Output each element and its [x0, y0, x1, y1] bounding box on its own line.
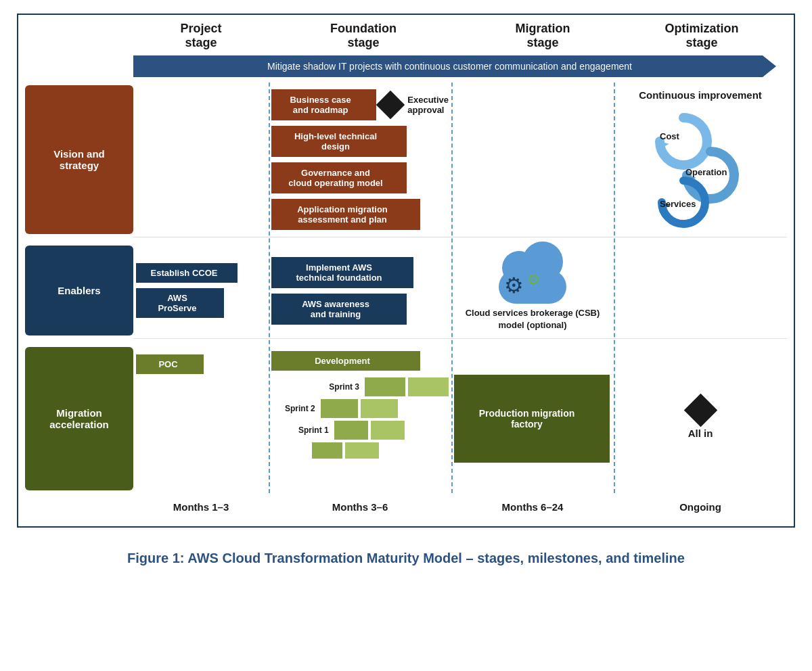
- sprint1-arrow2: [371, 421, 405, 440]
- gear-small-icon: ⚙: [527, 271, 541, 289]
- vision-project-col: [133, 83, 269, 237]
- month-labels: Months 1–3 Months 3–6 Months 6–24 Ongoin…: [133, 501, 787, 513]
- stage-foundation: Foundation stage: [269, 22, 458, 50]
- migration-acc-foundation-col: Development Sprint 3 Sprint 2 Sprint 1: [269, 344, 451, 493]
- all-in-label: All in: [688, 427, 713, 439]
- enablers-migration-col: ⚙ ⚙ Cloud services brokerage (CSB) model…: [451, 243, 614, 338]
- stage-project: Project stage: [133, 22, 269, 50]
- row-migration-acc: Migration acceleration POC Development S…: [133, 344, 787, 493]
- month-label-1: Months 1–3: [133, 501, 269, 513]
- enablers-optimization-col: [614, 243, 787, 338]
- vision-optimization-col: Continuous improvement Cost Operation: [614, 83, 787, 237]
- row-enablers: Enablers Establish CCOE AWSProServe Impl…: [133, 243, 787, 339]
- sprint3-arrow2: [408, 377, 449, 396]
- divider-3: [614, 83, 615, 493]
- implement-aws-arrow: Implement AWStechnical foundation: [271, 257, 413, 288]
- enablers-foundation-col: Implement AWStechnical foundation AWS aw…: [269, 243, 451, 338]
- row-vision: Vision and strategy Business caseand roa…: [133, 83, 787, 237]
- diagram-container: Project stage Foundation stage Migration…: [17, 14, 795, 528]
- enablers-project-col: Establish CCOE AWSProServe: [133, 243, 269, 338]
- top-banner: Mitigate shadow IT projects with continu…: [133, 55, 776, 77]
- aws-awareness-arrow: AWS awarenessand training: [271, 294, 407, 325]
- sprint3-arrow1: [365, 377, 405, 396]
- cloud-csb-group: ⚙ ⚙ Cloud services brokerage (CSB) model…: [454, 250, 611, 331]
- all-in-diamond: [683, 394, 717, 427]
- sprint1-label: Sprint 1: [298, 425, 329, 435]
- development-arrow: Development: [271, 351, 420, 371]
- cloud-icon: ⚙ ⚙: [492, 250, 573, 304]
- executive-diamond: [376, 91, 405, 119]
- migration-acc-project-col: POC: [133, 344, 269, 493]
- vision-migration-col: [451, 83, 614, 237]
- figure-caption: Figure 1: AWS Cloud Transformation Matur…: [127, 548, 685, 568]
- sprint3-row: Sprint 3: [271, 377, 449, 396]
- extra-arrow1: [312, 442, 342, 459]
- migration-acc-optimization-col: All in: [614, 344, 787, 493]
- enablers-label: Enablers: [25, 246, 133, 336]
- circles-group: Cost Operation Services: [646, 111, 754, 219]
- poc-arrow: POC: [136, 354, 204, 374]
- extra-arrows-row: [312, 442, 449, 459]
- migration-acc-label: Migration acceleration: [25, 347, 133, 490]
- sprint1-row: Sprint 1: [298, 421, 449, 440]
- production-migration-arrow: Production migration factory: [454, 375, 610, 463]
- continuous-improvement-label: Continuous improvement: [639, 89, 762, 101]
- app-migration-arrow: Application migrationassessment and plan: [271, 199, 420, 230]
- stage-headers: Project stage Foundation stage Migration…: [133, 22, 787, 50]
- business-case-arrow: Business caseand roadmap: [271, 89, 376, 120]
- banner-wrapper: Mitigate shadow IT projects with continu…: [133, 55, 787, 77]
- establish-ccoe-arrow: Establish CCOE: [136, 263, 238, 283]
- high-level-tech-arrow: High-level technicaldesign: [271, 126, 407, 157]
- sprint2-label: Sprint 2: [285, 404, 315, 413]
- divider-1: [269, 83, 270, 493]
- vision-label: Vision and strategy: [25, 85, 133, 234]
- sprint3-label: Sprint 3: [329, 382, 359, 392]
- month-label-2: Months 3–6: [269, 501, 451, 513]
- cost-label: Cost: [660, 131, 679, 141]
- extra-arrow2: [345, 442, 379, 459]
- sprint1-arrow1: [334, 421, 368, 440]
- month-label-4: Ongoing: [614, 501, 787, 513]
- rows-area: Vision and strategy Business caseand roa…: [133, 83, 787, 493]
- gear-big-icon: ⚙: [504, 273, 524, 298]
- divider-2: [451, 83, 453, 493]
- business-case-row: Business caseand roadmap Executiveapprov…: [271, 89, 449, 120]
- services-label: Services: [660, 199, 696, 209]
- sprint2-row: Sprint 2: [285, 399, 449, 418]
- executive-approval-label: Executiveapproval: [407, 95, 449, 115]
- vision-foundation-col: Business caseand roadmap Executiveapprov…: [269, 83, 451, 237]
- governance-arrow: Governance andcloud operating model: [271, 162, 407, 193]
- stage-migration: Migration stage: [458, 22, 627, 50]
- aws-proserve-arrow: AWSProServe: [136, 288, 224, 318]
- month-label-3: Months 6–24: [451, 501, 614, 513]
- migration-acc-migration-col: Production migration factory: [451, 344, 614, 493]
- sprint2-arrow1: [321, 399, 358, 418]
- sprint2-arrow2: [361, 399, 398, 418]
- stage-optimization: Optimization stage: [627, 22, 776, 50]
- csb-label: Cloud services brokerage (CSB) model (op…: [454, 307, 611, 331]
